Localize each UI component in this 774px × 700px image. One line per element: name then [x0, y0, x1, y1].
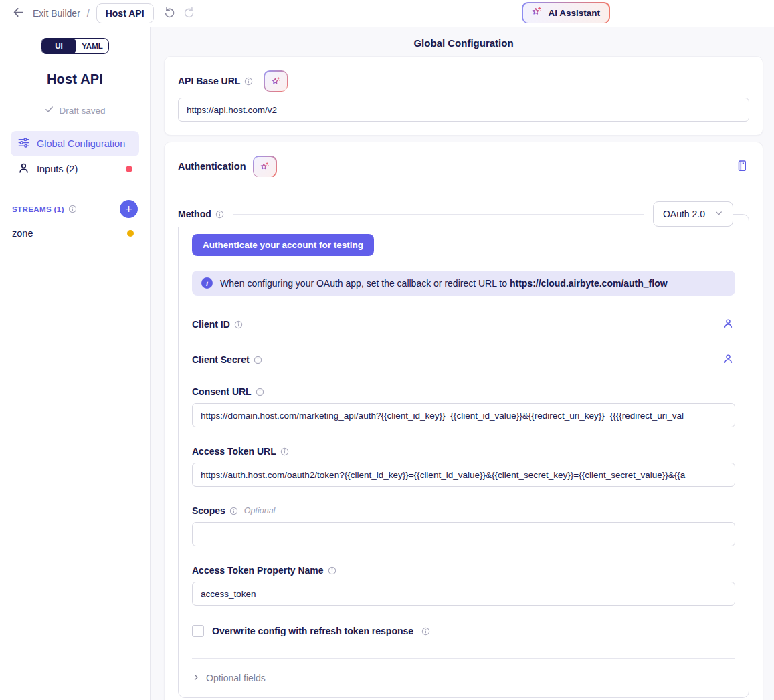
callback-info-banner: i When configuring your OAuth app, set t… [192, 271, 735, 296]
check-icon [44, 104, 54, 116]
arrow-left-icon [12, 6, 25, 21]
toggle-yaml-option[interactable]: YAML [76, 39, 108, 53]
client-id-label: Client ID [192, 319, 230, 330]
authentication-section-label: Authentication [178, 161, 246, 172]
sidebar-ui-yaml-toggle[interactable]: UI YAML [41, 38, 109, 54]
info-icon[interactable] [215, 210, 224, 219]
optional-fields-label: Optional fields [206, 673, 266, 683]
auth-method-dropdown[interactable]: OAuth 2.0 [653, 201, 733, 227]
info-icon[interactable] [234, 320, 243, 329]
callback-url: https://cloud.airbyte.com/auth_flow [510, 278, 668, 289]
ai-assist-field-button[interactable] [264, 70, 288, 92]
ai-sparkle-star-icon [254, 157, 276, 177]
divider [192, 658, 735, 659]
ai-assist-auth-button[interactable] [253, 156, 277, 177]
info-icon[interactable] [421, 627, 430, 636]
ai-assistant-button[interactable]: AI Assistant [522, 2, 610, 23]
main-content: Global Configuration API Base URL Authen… [151, 27, 774, 700]
consent-url-input[interactable] [192, 403, 735, 427]
info-icon[interactable] [256, 388, 264, 396]
access-token-property-name-input[interactable] [192, 582, 735, 606]
add-stream-button[interactable]: + [120, 200, 138, 218]
user-icon [17, 162, 30, 177]
breadcrumb-separator: / [87, 8, 90, 19]
inputs-status-dot [126, 166, 132, 172]
documentation-button[interactable] [735, 158, 749, 176]
api-base-url-input[interactable] [178, 98, 749, 122]
connector-name-input[interactable]: Host API [96, 3, 154, 23]
client-secret-user-secret-button[interactable] [721, 352, 735, 368]
scopes-input[interactable] [192, 522, 735, 546]
authenticate-button[interactable]: Authenticate your account for testing [192, 234, 374, 256]
client-secret-label: Client Secret [192, 354, 250, 365]
redo-button[interactable] [181, 5, 197, 22]
save-status-label: Draft saved [59, 106, 105, 116]
access-token-url-input[interactable] [192, 463, 735, 487]
sidebar: UI YAML Host API Draft saved Global Conf… [0, 27, 151, 700]
page-title: Global Configuration [164, 37, 763, 49]
info-icon[interactable] [280, 447, 289, 456]
client-id-user-secret-button[interactable] [721, 316, 735, 332]
ai-sparkle-star-icon [530, 5, 543, 21]
method-label: Method [178, 209, 211, 219]
plus-icon: + [125, 203, 132, 215]
exit-builder-link[interactable]: Exit Builder [33, 8, 80, 19]
user-icon [722, 321, 734, 331]
ai-sparkle-star-icon [265, 72, 287, 91]
sidebar-item-label: Inputs (2) [37, 164, 78, 174]
undo-icon [163, 6, 176, 21]
access-token-property-name-label: Access Token Property Name [192, 565, 324, 576]
scopes-label: Scopes [192, 505, 225, 516]
top-bar: Exit Builder / Host API AI Assistant [0, 0, 774, 27]
callback-info-text: When configuring your OAuth app, set the… [220, 278, 668, 289]
info-icon[interactable] [254, 356, 262, 364]
sidebar-item-label: Global Configuration [37, 138, 125, 149]
optional-fields-expander[interactable]: Optional fields [192, 673, 735, 683]
sidebar-item-inputs[interactable]: Inputs (2) [11, 156, 139, 182]
streams-section-label: STREAMS (1) [12, 205, 64, 213]
info-icon[interactable] [229, 507, 238, 515]
undo-button[interactable] [162, 5, 177, 22]
oauth-config-panel: Authenticate your account for testing i … [178, 214, 749, 698]
chevron-down-icon [714, 209, 723, 219]
stream-status-dot [127, 230, 134, 237]
redo-icon [183, 6, 195, 21]
auth-method-value: OAuth 2.0 [663, 209, 705, 219]
back-button[interactable] [11, 5, 26, 22]
chevron-right-icon [192, 673, 200, 683]
stream-label: zone [12, 228, 33, 239]
authentication-card: Authentication Method [164, 142, 763, 700]
sliders-icon [17, 136, 30, 151]
divider [233, 214, 644, 215]
consent-url-label: Consent URL [192, 386, 252, 397]
connector-title: Host API [11, 72, 139, 87]
overwrite-config-checkbox[interactable] [192, 625, 204, 637]
scopes-optional-tag: Optional [244, 506, 276, 515]
book-icon [736, 164, 748, 174]
info-icon[interactable] [68, 205, 77, 213]
sidebar-item-global-configuration[interactable]: Global Configuration [11, 131, 139, 156]
access-token-url-label: Access Token URL [192, 446, 276, 457]
api-base-url-label: API Base URL [178, 76, 240, 86]
info-filled-icon: i [201, 277, 213, 289]
ai-assistant-label: AI Assistant [549, 8, 601, 18]
save-status: Draft saved [11, 104, 139, 116]
info-icon[interactable] [244, 77, 253, 86]
api-base-url-card: API Base URL [164, 56, 763, 136]
sidebar-item-stream-zone[interactable]: zone [11, 228, 139, 239]
overwrite-config-label: Overwrite config with refresh token resp… [212, 626, 413, 636]
info-icon[interactable] [328, 566, 336, 575]
connector-name: Host API [106, 8, 144, 19]
toggle-ui-option[interactable]: UI [41, 39, 76, 53]
user-icon [722, 356, 734, 366]
